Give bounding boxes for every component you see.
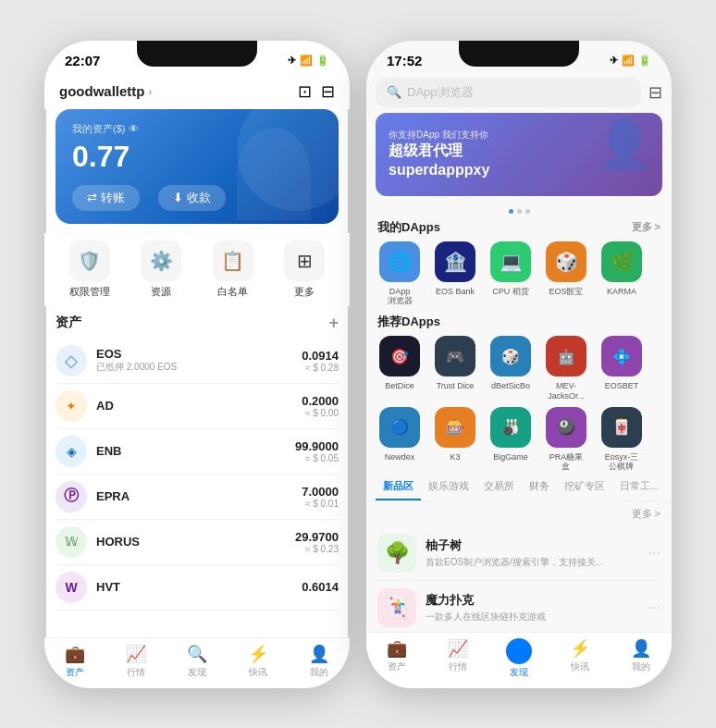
discover-nav-icon: 🔍 bbox=[187, 644, 207, 664]
poker-more-icon[interactable]: ··· bbox=[648, 599, 660, 616]
cpu-icon: 💻 bbox=[490, 241, 531, 282]
nav-assets[interactable]: 💼 资产 bbox=[44, 644, 105, 679]
right-nav-profile[interactable]: 👤 我的 bbox=[611, 638, 672, 679]
my-dapps-title: 我的DApps bbox=[377, 219, 440, 236]
right-time: 17:52 bbox=[387, 53, 422, 68]
dot-2 bbox=[517, 209, 522, 214]
asset-row-epra[interactable]: Ⓟ EPRA 7.0000 ≈ $ 0.01 bbox=[56, 475, 339, 520]
quick-action-resources[interactable]: ⚙️ 资源 bbox=[141, 241, 181, 299]
ad-logo: ✦ bbox=[56, 390, 87, 422]
banner[interactable]: 你支持DApp 我们支持你 超级君代理superdapppxy 👤 bbox=[376, 113, 662, 196]
right-nav-assets[interactable]: 💼 资产 bbox=[366, 638, 427, 679]
epra-info: EPRA bbox=[96, 489, 302, 503]
app-magic-poker[interactable]: 🃏 魔力扑克 一款多人在线区块链扑克游戏 ··· bbox=[377, 581, 660, 631]
notch bbox=[137, 41, 257, 67]
dapp-biggame[interactable]: 🎳 BigGame bbox=[483, 407, 538, 473]
asset-row-ad[interactable]: ✦ AD 0.2000 ≈ $ 0.00 bbox=[56, 384, 339, 429]
nav-profile[interactable]: 👤 我的 bbox=[289, 644, 350, 679]
recommended-row-2: 🔵 Newdex 🎰 K3 🎳 BigGame 🎱 PRA糖果盒 🀄 bbox=[366, 407, 672, 473]
recommended-row-1: 🎯 BetDice 🎮 Trust Dice 🎲 dBetSicBo 🤖 MEV… bbox=[366, 336, 672, 401]
add-icon[interactable]: ⊟ bbox=[321, 81, 335, 102]
dapp-dbetsicbo[interactable]: 🎲 dBetSicBo bbox=[483, 336, 538, 401]
asset-row-hvt[interactable]: W HVT 0.6014 bbox=[56, 565, 339, 611]
whitelist-icon: 📋 bbox=[213, 241, 253, 281]
asset-amount: 0.77 bbox=[72, 140, 322, 174]
wifi-icon: 📶 bbox=[300, 55, 313, 67]
banner-dots bbox=[366, 209, 672, 214]
tab-finance[interactable]: 财务 bbox=[522, 475, 557, 500]
tab-daily[interactable]: 日常工... bbox=[612, 475, 666, 500]
dapp-k3[interactable]: 🎰 K3 bbox=[427, 407, 483, 473]
dot-3 bbox=[525, 209, 530, 214]
ad-info: AD bbox=[96, 399, 302, 413]
dapp-mev[interactable]: 🤖 MEV-JacksOr... bbox=[538, 336, 594, 401]
search-icon: 🔍 bbox=[387, 85, 401, 99]
tab-mining[interactable]: 挖矿专区 bbox=[557, 475, 612, 500]
quick-action-whitelist[interactable]: 📋 白名单 bbox=[213, 241, 253, 299]
receive-button[interactable]: ⬇ 收款 bbox=[158, 185, 226, 211]
tab-exchange[interactable]: 交易所 bbox=[476, 475, 522, 500]
banner-title: 超级君代理superdapppxy bbox=[389, 142, 489, 180]
right-nav-discover[interactable]: ✓ 发现 bbox=[488, 638, 549, 679]
betdice-icon: 🎯 bbox=[379, 336, 420, 376]
yuzi-more-icon[interactable]: ··· bbox=[648, 545, 660, 561]
tab-new[interactable]: 新品区 bbox=[376, 475, 421, 500]
dapp-eosbet[interactable]: 💠 EOSBET bbox=[594, 336, 649, 401]
app-yuzi-tree[interactable]: 🌳 柚子树 首款EOS制户浏览器/搜索引擎，支持接关... ··· bbox=[377, 526, 660, 581]
my-dapps-more[interactable]: 更多 > bbox=[632, 220, 660, 234]
quick-action-permissions[interactable]: 🛡️ 权限管理 bbox=[69, 241, 110, 299]
dapp-browser[interactable]: 🌐 DApp浏览器 bbox=[372, 241, 427, 307]
new-apps-more[interactable]: 更多 > bbox=[377, 507, 660, 521]
chevron-icon: › bbox=[149, 86, 153, 97]
epra-logo: Ⓟ bbox=[56, 481, 87, 512]
dapp-pra[interactable]: 🎱 PRA糖果盒 bbox=[538, 407, 594, 473]
transfer-button[interactable]: ⇄ 转账 bbox=[72, 185, 140, 211]
dapp-eos-dice[interactable]: 🎲 EOS骰宝 bbox=[538, 241, 594, 307]
eos-value: 0.0914 ≈ $ 0.28 bbox=[302, 349, 339, 373]
recommended-title: 推荐DApps bbox=[377, 314, 440, 330]
transfer-icon: ⇄ bbox=[87, 191, 97, 204]
eosyx-icon: 🀄 bbox=[601, 407, 642, 448]
dapp-trustdice[interactable]: 🎮 Trust Dice bbox=[427, 336, 483, 401]
asset-row-enb[interactable]: ◈ ENB 99.9000 ≈ $ 0.05 bbox=[56, 429, 339, 475]
profile-nav-icon: 👤 bbox=[309, 644, 329, 664]
nav-news[interactable]: ⚡ 快讯 bbox=[228, 644, 289, 679]
add-asset-icon[interactable]: + bbox=[328, 314, 339, 333]
banner-text: 你支持DApp 我们支持你 超级君代理superdapppxy bbox=[389, 129, 489, 180]
tabs-row: 新品区 娱乐游戏 交易所 财务 挖矿专区 日常工... bbox=[366, 472, 672, 501]
right-assets-icon: 💼 bbox=[387, 638, 407, 659]
dapp-cpu[interactable]: 💻 CPU 稻货 bbox=[483, 241, 538, 307]
asset-label: 我的资产($) 👁 bbox=[72, 122, 322, 136]
quick-actions: 🛡️ 权限管理 ⚙️ 资源 📋 白名单 ⊞ 更多 bbox=[44, 233, 350, 306]
asset-row-horus[interactable]: 𝕎 HORUS 29.9700 ≈ $ 0.23 bbox=[56, 520, 339, 565]
asset-buttons: ⇄ 转账 ⬇ 收款 bbox=[72, 185, 322, 211]
dapp-eos-bank[interactable]: 🏦 EOS Bank bbox=[427, 241, 483, 307]
tab-entertainment[interactable]: 娱乐游戏 bbox=[421, 475, 476, 500]
right-news-icon: ⚡ bbox=[570, 638, 590, 659]
scan-icon[interactable]: ⊡ bbox=[298, 81, 312, 102]
nav-market[interactable]: 📈 行情 bbox=[105, 644, 167, 679]
wallet-name[interactable]: goodwallettp › bbox=[59, 83, 152, 99]
right-market-icon: 📈 bbox=[448, 638, 468, 659]
assets-title: 资产 bbox=[56, 315, 81, 331]
eye-icon[interactable]: 👁 bbox=[129, 123, 139, 134]
enb-value: 99.9000 ≈ $ 0.05 bbox=[295, 439, 339, 463]
dapp-eosyx[interactable]: 🀄 Eosyx-三公棋牌 bbox=[594, 407, 649, 473]
right-airplane-icon: ✈ bbox=[610, 55, 618, 67]
search-bar[interactable]: 🔍 DApp浏览器 bbox=[376, 78, 641, 107]
dapp-karma[interactable]: 🌿 KARMA bbox=[594, 241, 649, 307]
nav-discover[interactable]: 🔍 发现 bbox=[167, 644, 228, 679]
dapp-newdex[interactable]: 🔵 Newdex bbox=[372, 407, 427, 473]
mev-icon: 🤖 bbox=[546, 336, 586, 376]
right-battery-icon: 🔋 bbox=[638, 55, 651, 67]
right-nav-market[interactable]: 📈 行情 bbox=[427, 638, 488, 679]
asset-row-eos[interactable]: ◇ EOS 已抵押 2.0000 EOS 0.0914 ≈ $ 0.28 bbox=[56, 339, 339, 384]
my-dapps-row: 🌐 DApp浏览器 🏦 EOS Bank 💻 CPU 稻货 🎲 EOS骰宝 🌿 bbox=[366, 241, 672, 307]
scan-right-icon[interactable]: ⊟ bbox=[648, 82, 662, 103]
enb-logo: ◈ bbox=[56, 436, 87, 467]
dbetsicbo-icon: 🎲 bbox=[490, 336, 531, 376]
right-nav-news[interactable]: ⚡ 快讯 bbox=[549, 638, 611, 679]
dapp-betdice[interactable]: 🎯 BetDice bbox=[372, 336, 427, 401]
quick-action-more[interactable]: ⊞ 更多 bbox=[284, 241, 325, 299]
left-phone: 22:07 ✈ 📶 🔋 goodwallettp › ⊡ ⊟ 我的资 bbox=[44, 41, 350, 688]
